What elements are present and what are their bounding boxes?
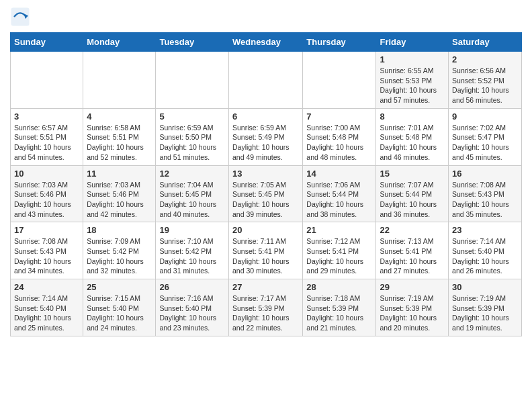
logo <box>10 7 33 27</box>
day-info: Sunrise: 7:13 AM Sunset: 5:41 PM Dayligh… <box>380 236 445 276</box>
calendar-cell: 17Sunrise: 7:08 AM Sunset: 5:43 PM Dayli… <box>11 222 83 279</box>
day-info: Sunrise: 7:19 AM Sunset: 5:39 PM Dayligh… <box>380 293 445 333</box>
day-number: 14 <box>306 169 372 179</box>
calendar-cell: 10Sunrise: 7:03 AM Sunset: 5:46 PM Dayli… <box>11 165 83 222</box>
calendar-cell: 4Sunrise: 6:58 AM Sunset: 5:51 PM Daylig… <box>83 108 156 165</box>
weekday-header-row: SundayMondayTuesdayWednesdayThursdayFrid… <box>11 33 522 52</box>
day-info: Sunrise: 6:57 AM Sunset: 5:51 PM Dayligh… <box>14 123 79 163</box>
calendar-cell: 22Sunrise: 7:13 AM Sunset: 5:41 PM Dayli… <box>376 222 449 279</box>
day-number: 27 <box>232 282 299 292</box>
day-number: 30 <box>452 282 518 292</box>
calendar-cell: 28Sunrise: 7:18 AM Sunset: 5:39 PM Dayli… <box>303 279 376 336</box>
calendar-cell: 23Sunrise: 7:14 AM Sunset: 5:40 PM Dayli… <box>449 222 522 279</box>
calendar-cell: 30Sunrise: 7:19 AM Sunset: 5:39 PM Dayli… <box>449 279 522 336</box>
day-info: Sunrise: 7:15 AM Sunset: 5:40 PM Dayligh… <box>87 293 152 333</box>
calendar-week-row: 17Sunrise: 7:08 AM Sunset: 5:43 PM Dayli… <box>11 222 522 279</box>
day-info: Sunrise: 7:12 AM Sunset: 5:41 PM Dayligh… <box>306 236 372 276</box>
day-info: Sunrise: 6:55 AM Sunset: 5:53 PM Dayligh… <box>380 66 445 105</box>
day-number: 11 <box>87 169 152 179</box>
calendar-week-row: 3Sunrise: 6:57 AM Sunset: 5:51 PM Daylig… <box>11 108 522 165</box>
day-info: Sunrise: 7:07 AM Sunset: 5:44 PM Dayligh… <box>380 180 445 220</box>
day-info: Sunrise: 7:06 AM Sunset: 5:44 PM Dayligh… <box>306 180 372 220</box>
calendar-cell <box>156 52 229 109</box>
day-number: 12 <box>159 169 225 179</box>
day-info: Sunrise: 7:14 AM Sunset: 5:40 PM Dayligh… <box>452 236 518 276</box>
day-info: Sunrise: 6:56 AM Sunset: 5:52 PM Dayligh… <box>452 66 518 105</box>
day-number: 6 <box>232 111 299 122</box>
day-number: 23 <box>452 225 518 235</box>
day-number: 21 <box>306 225 372 235</box>
calendar-week-row: 1Sunrise: 6:55 AM Sunset: 5:53 PM Daylig… <box>11 52 522 109</box>
weekday-header: Friday <box>376 33 449 52</box>
day-info: Sunrise: 7:01 AM Sunset: 5:48 PM Dayligh… <box>380 123 445 163</box>
day-number: 16 <box>452 169 518 179</box>
calendar-cell: 24Sunrise: 7:14 AM Sunset: 5:40 PM Dayli… <box>11 279 83 336</box>
day-number: 19 <box>159 225 225 235</box>
day-info: Sunrise: 7:10 AM Sunset: 5:42 PM Dayligh… <box>159 236 225 276</box>
day-info: Sunrise: 7:03 AM Sunset: 5:46 PM Dayligh… <box>14 180 79 220</box>
day-number: 7 <box>306 111 372 122</box>
calendar-table: SundayMondayTuesdayWednesdayThursdayFrid… <box>10 32 522 336</box>
page-header <box>10 7 522 27</box>
calendar-cell: 20Sunrise: 7:11 AM Sunset: 5:41 PM Dayli… <box>228 222 302 279</box>
weekday-header: Saturday <box>449 33 522 52</box>
calendar-cell: 13Sunrise: 7:05 AM Sunset: 5:45 PM Dayli… <box>228 165 302 222</box>
day-number: 26 <box>159 282 225 292</box>
calendar-cell <box>228 52 302 109</box>
calendar-cell: 9Sunrise: 7:02 AM Sunset: 5:47 PM Daylig… <box>449 108 522 165</box>
calendar-cell: 26Sunrise: 7:16 AM Sunset: 5:40 PM Dayli… <box>156 279 229 336</box>
day-info: Sunrise: 6:58 AM Sunset: 5:51 PM Dayligh… <box>87 123 152 163</box>
day-number: 18 <box>87 225 152 235</box>
calendar-cell: 1Sunrise: 6:55 AM Sunset: 5:53 PM Daylig… <box>376 52 449 109</box>
day-number: 10 <box>14 169 79 179</box>
day-number: 13 <box>232 169 299 179</box>
calendar-cell <box>11 52 83 109</box>
calendar-week-row: 10Sunrise: 7:03 AM Sunset: 5:46 PM Dayli… <box>11 165 522 222</box>
day-number: 24 <box>14 282 79 292</box>
day-number: 20 <box>232 225 299 235</box>
day-info: Sunrise: 7:00 AM Sunset: 5:48 PM Dayligh… <box>306 123 372 163</box>
day-number: 2 <box>452 54 518 64</box>
day-number: 28 <box>306 282 372 292</box>
calendar-cell: 3Sunrise: 6:57 AM Sunset: 5:51 PM Daylig… <box>11 108 83 165</box>
day-number: 22 <box>380 225 445 235</box>
calendar-cell: 11Sunrise: 7:03 AM Sunset: 5:46 PM Dayli… <box>83 165 156 222</box>
day-info: Sunrise: 6:59 AM Sunset: 5:49 PM Dayligh… <box>232 123 299 163</box>
logo-icon <box>10 7 30 27</box>
weekday-header: Tuesday <box>156 33 229 52</box>
day-number: 9 <box>452 111 518 122</box>
day-info: Sunrise: 7:18 AM Sunset: 5:39 PM Dayligh… <box>306 293 372 333</box>
day-info: Sunrise: 6:59 AM Sunset: 5:50 PM Dayligh… <box>159 123 225 163</box>
calendar-cell: 12Sunrise: 7:04 AM Sunset: 5:45 PM Dayli… <box>156 165 229 222</box>
day-info: Sunrise: 7:03 AM Sunset: 5:46 PM Dayligh… <box>87 180 152 220</box>
day-number: 17 <box>14 225 79 235</box>
calendar-cell: 6Sunrise: 6:59 AM Sunset: 5:49 PM Daylig… <box>228 108 302 165</box>
day-info: Sunrise: 7:08 AM Sunset: 5:43 PM Dayligh… <box>452 180 518 220</box>
day-info: Sunrise: 7:19 AM Sunset: 5:39 PM Dayligh… <box>452 293 518 333</box>
calendar-cell: 29Sunrise: 7:19 AM Sunset: 5:39 PM Dayli… <box>376 279 449 336</box>
day-number: 8 <box>380 111 445 122</box>
day-info: Sunrise: 7:08 AM Sunset: 5:43 PM Dayligh… <box>14 236 79 276</box>
day-number: 4 <box>87 111 152 122</box>
calendar-cell: 7Sunrise: 7:00 AM Sunset: 5:48 PM Daylig… <box>303 108 376 165</box>
weekday-header: Sunday <box>11 33 83 52</box>
calendar-cell <box>83 52 156 109</box>
day-number: 25 <box>87 282 152 292</box>
calendar-cell: 21Sunrise: 7:12 AM Sunset: 5:41 PM Dayli… <box>303 222 376 279</box>
day-info: Sunrise: 7:05 AM Sunset: 5:45 PM Dayligh… <box>232 180 299 220</box>
day-info: Sunrise: 7:02 AM Sunset: 5:47 PM Dayligh… <box>452 123 518 163</box>
day-info: Sunrise: 7:16 AM Sunset: 5:40 PM Dayligh… <box>159 293 225 333</box>
day-info: Sunrise: 7:11 AM Sunset: 5:41 PM Dayligh… <box>232 236 299 276</box>
calendar-cell: 15Sunrise: 7:07 AM Sunset: 5:44 PM Dayli… <box>376 165 449 222</box>
weekday-header: Wednesday <box>228 33 302 52</box>
weekday-header: Monday <box>83 33 156 52</box>
day-number: 15 <box>380 169 445 179</box>
calendar-cell: 14Sunrise: 7:06 AM Sunset: 5:44 PM Dayli… <box>303 165 376 222</box>
calendar-week-row: 24Sunrise: 7:14 AM Sunset: 5:40 PM Dayli… <box>11 279 522 336</box>
day-number: 29 <box>380 282 445 292</box>
calendar-cell: 19Sunrise: 7:10 AM Sunset: 5:42 PM Dayli… <box>156 222 229 279</box>
calendar-cell: 8Sunrise: 7:01 AM Sunset: 5:48 PM Daylig… <box>376 108 449 165</box>
day-info: Sunrise: 7:14 AM Sunset: 5:40 PM Dayligh… <box>14 293 79 333</box>
calendar-cell: 27Sunrise: 7:17 AM Sunset: 5:39 PM Dayli… <box>228 279 302 336</box>
calendar-cell <box>303 52 376 109</box>
